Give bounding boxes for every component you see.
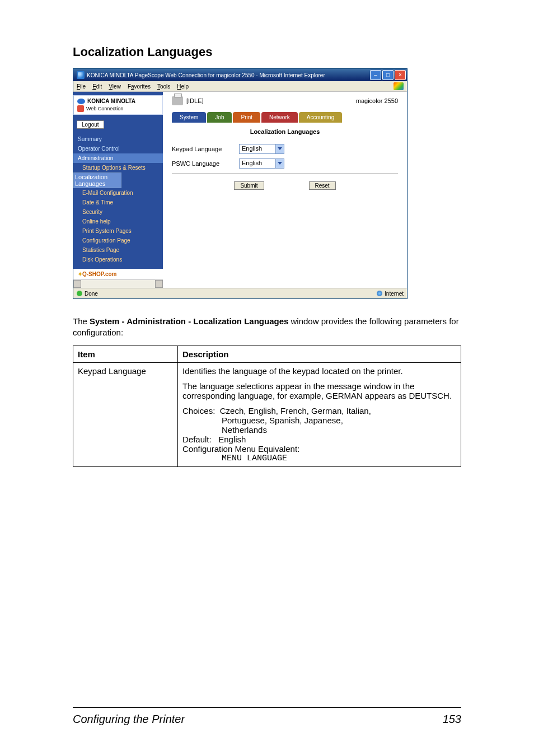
- submit-button[interactable]: Submit: [234, 181, 264, 190]
- sidebar-sub-security[interactable]: Security: [73, 207, 163, 217]
- footer-title: Configuring the Printer: [73, 713, 185, 726]
- footer-page-number: 153: [443, 713, 461, 726]
- ie-app-icon: [77, 71, 85, 79]
- ie-menubar: File Edit View Favorites Tools Help: [73, 81, 407, 92]
- cell-item: Keypad Language: [73, 362, 178, 466]
- ie-window: KONICA MINOLTA PageScope Web Connection …: [73, 68, 407, 299]
- pswc-language-label: PSWC Language: [172, 160, 239, 167]
- pswc-logo-icon: [77, 105, 84, 112]
- ie-window-title: KONICA MINOLTA PageScope Web Connection …: [87, 72, 370, 78]
- footer-rule: [73, 707, 461, 708]
- tab-job[interactable]: Job: [207, 112, 232, 123]
- keypad-language-label: Keypad Language: [172, 146, 239, 152]
- scroll-left-icon[interactable]: [73, 280, 81, 288]
- logout-button[interactable]: Logout: [77, 120, 104, 129]
- table-row: Keypad Language Identifies the language …: [73, 362, 461, 466]
- sidebar-sub-statspage[interactable]: Statistics Page: [73, 245, 163, 255]
- globe-icon: [377, 291, 382, 296]
- brand-block: KONICA MINOLTA Web Connection: [73, 95, 163, 115]
- divider: [172, 173, 398, 174]
- th-item: Item: [73, 346, 178, 362]
- printer-model: magicolor 2550: [356, 97, 398, 104]
- printer-status: [IDLE]: [186, 97, 204, 104]
- menu-view[interactable]: View: [109, 83, 121, 90]
- printer-icon: [172, 96, 183, 105]
- page-title: Localization Languages: [163, 123, 407, 144]
- menu-favorites[interactable]: Favorites: [128, 83, 151, 90]
- sidebar-item-summary[interactable]: Summary: [73, 134, 163, 144]
- tab-accounting[interactable]: Accounting: [299, 112, 342, 123]
- page-footer: Configuring the Printer 153: [73, 713, 461, 726]
- brand-pswc-text: Web Connection: [86, 106, 123, 111]
- pswc-language-select[interactable]: English: [239, 158, 284, 169]
- scroll-right-icon[interactable]: [155, 280, 163, 288]
- menu-edit[interactable]: Edit: [92, 83, 102, 90]
- brand-km-text: KONICA MINOLTA: [87, 98, 135, 104]
- keypad-language-value: English: [240, 144, 275, 153]
- pswc-language-value: English: [240, 159, 275, 168]
- menu-tools[interactable]: Tools: [157, 83, 170, 90]
- star-icon: ✦: [78, 271, 82, 277]
- status-zone: Internet: [385, 291, 404, 297]
- ie-throbber-icon: [394, 82, 404, 90]
- done-icon: [77, 291, 82, 296]
- sidebar-sub-email[interactable]: E-Mail Configuration: [73, 188, 163, 198]
- sidebar-scrollbar[interactable]: [73, 279, 163, 288]
- sidebar-sub-printsyspages[interactable]: Print System Pages: [73, 226, 163, 236]
- tabs: System Job Print Network Accounting: [163, 112, 407, 123]
- main-pane: [IDLE] magicolor 2550 System Job Print N…: [163, 92, 407, 288]
- th-description: Description: [178, 346, 461, 362]
- close-icon[interactable]: ×: [395, 70, 406, 80]
- reset-button[interactable]: Reset: [309, 181, 336, 190]
- sidebar-item-operator-control[interactable]: Operator Control: [73, 144, 163, 153]
- desc-p2: The language selections appear in the me…: [182, 381, 456, 400]
- sidebar-sub-datetime[interactable]: Date & Time: [73, 198, 163, 207]
- minimize-icon[interactable]: –: [370, 70, 381, 80]
- sidebar-sub-onlinehelp[interactable]: Online help: [73, 217, 163, 226]
- ie-titlebar: KONICA MINOLTA PageScope Web Connection …: [73, 69, 407, 81]
- cell-description: Identifies the language of the keypad lo…: [178, 362, 461, 466]
- maximize-icon[interactable]: □: [382, 70, 394, 80]
- sidebar-item-administration[interactable]: Administration: [73, 153, 163, 163]
- sidebar-sub-localization[interactable]: Localization Languages: [73, 172, 121, 188]
- sidebar-sub-diskops[interactable]: Disk Operations: [73, 255, 163, 264]
- tab-network[interactable]: Network: [261, 112, 298, 123]
- ie-statusbar: Done Internet: [73, 288, 407, 298]
- desc-p1: Identifies the language of the keypad lo…: [182, 366, 456, 376]
- sidebar-sub-configpage[interactable]: Configuration Page: [73, 236, 163, 245]
- status-done: Done: [85, 291, 98, 297]
- sidebar: KONICA MINOLTA Web Connection Logout Sum…: [73, 92, 163, 288]
- tab-print[interactable]: Print: [233, 112, 260, 123]
- window-controls: – □ ×: [370, 70, 406, 80]
- chevron-down-icon[interactable]: [275, 159, 284, 168]
- description-table: Item Description Keypad Language Identif…: [73, 346, 461, 467]
- desc-choices: Choices: Czech, English, French, German,…: [182, 406, 456, 463]
- chevron-down-icon[interactable]: [275, 144, 284, 153]
- keypad-language-select[interactable]: English: [239, 144, 284, 154]
- menu-file[interactable]: File: [77, 83, 86, 90]
- menu-help[interactable]: Help: [177, 83, 189, 90]
- intro-paragraph: The System - Administration - Localizati…: [73, 316, 461, 339]
- qshop-link[interactable]: ✦Q-SHOP.com: [73, 269, 163, 279]
- km-logo-icon: [77, 99, 85, 104]
- section-heading: Localization Languages: [73, 45, 461, 59]
- tab-system[interactable]: System: [172, 112, 206, 123]
- sidebar-sub-startup[interactable]: Startup Options & Resets: [73, 163, 163, 172]
